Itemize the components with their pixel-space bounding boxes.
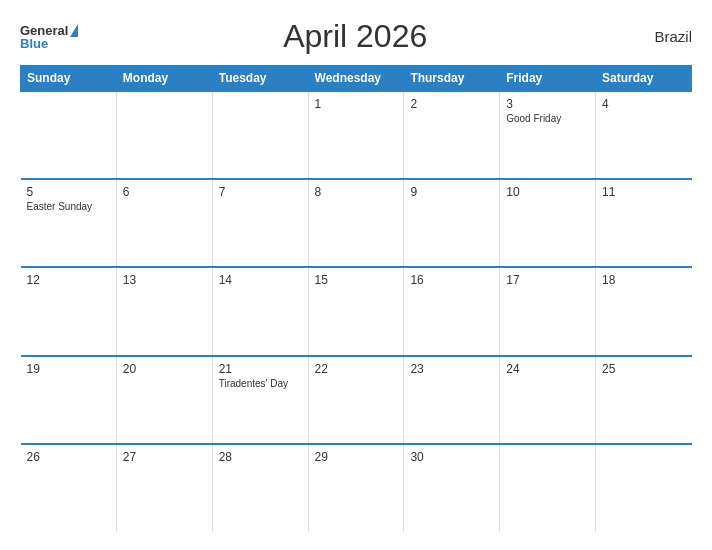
calendar-day-cell: 1 <box>308 91 404 179</box>
day-number: 3 <box>506 97 589 111</box>
day-number: 18 <box>602 273 685 287</box>
day-number: 16 <box>410 273 493 287</box>
day-number: 5 <box>27 185 110 199</box>
calendar-day-cell: 15 <box>308 267 404 355</box>
calendar-week-row: 5Easter Sunday67891011 <box>21 179 692 267</box>
calendar-day-cell: 4 <box>596 91 692 179</box>
day-number: 2 <box>410 97 493 111</box>
day-number: 24 <box>506 362 589 376</box>
day-number: 20 <box>123 362 206 376</box>
calendar-day-cell: 13 <box>116 267 212 355</box>
calendar-day-cell: 21Tiradentes' Day <box>212 356 308 444</box>
calendar-week-row: 12131415161718 <box>21 267 692 355</box>
day-number: 4 <box>602 97 685 111</box>
calendar-day-cell <box>21 91 117 179</box>
calendar-day-cell: 17 <box>500 267 596 355</box>
day-number: 10 <box>506 185 589 199</box>
calendar-day-cell: 27 <box>116 444 212 532</box>
calendar-day-cell: 25 <box>596 356 692 444</box>
day-number: 11 <box>602 185 685 199</box>
calendar-day-cell: 8 <box>308 179 404 267</box>
day-number: 21 <box>219 362 302 376</box>
calendar-week-row: 2627282930 <box>21 444 692 532</box>
day-event-label: Easter Sunday <box>27 201 110 212</box>
calendar-day-cell: 22 <box>308 356 404 444</box>
calendar-day-cell <box>500 444 596 532</box>
day-number: 13 <box>123 273 206 287</box>
calendar-day-cell: 19 <box>21 356 117 444</box>
calendar-day-cell: 2 <box>404 91 500 179</box>
day-number: 17 <box>506 273 589 287</box>
day-of-week-header: Saturday <box>596 66 692 92</box>
calendar-title: April 2026 <box>78 18 632 55</box>
calendar-day-cell: 29 <box>308 444 404 532</box>
day-of-week-header: Monday <box>116 66 212 92</box>
calendar-day-cell: 7 <box>212 179 308 267</box>
day-number: 8 <box>315 185 398 199</box>
calendar-day-cell: 11 <box>596 179 692 267</box>
day-number: 7 <box>219 185 302 199</box>
calendar-day-cell: 18 <box>596 267 692 355</box>
day-number: 22 <box>315 362 398 376</box>
day-of-week-header: Tuesday <box>212 66 308 92</box>
calendar-week-row: 123Good Friday4 <box>21 91 692 179</box>
day-number: 12 <box>27 273 110 287</box>
day-number: 30 <box>410 450 493 464</box>
day-of-week-header: Wednesday <box>308 66 404 92</box>
day-number: 26 <box>27 450 110 464</box>
calendar-day-cell: 28 <box>212 444 308 532</box>
day-number: 27 <box>123 450 206 464</box>
calendar-day-cell: 16 <box>404 267 500 355</box>
calendar-day-cell: 26 <box>21 444 117 532</box>
country-label: Brazil <box>632 28 692 45</box>
logo: General Blue <box>20 24 78 50</box>
calendar-day-cell <box>116 91 212 179</box>
header: General Blue April 2026 Brazil <box>20 18 692 55</box>
calendar-day-cell: 6 <box>116 179 212 267</box>
logo-general-text: General <box>20 24 68 37</box>
calendar-header-row: SundayMondayTuesdayWednesdayThursdayFrid… <box>21 66 692 92</box>
calendar-day-cell: 20 <box>116 356 212 444</box>
day-of-week-header: Sunday <box>21 66 117 92</box>
calendar-day-cell: 10 <box>500 179 596 267</box>
day-number: 28 <box>219 450 302 464</box>
day-number: 14 <box>219 273 302 287</box>
day-of-week-header: Friday <box>500 66 596 92</box>
calendar-day-cell: 24 <box>500 356 596 444</box>
calendar-day-cell <box>212 91 308 179</box>
day-number: 23 <box>410 362 493 376</box>
day-number: 19 <box>27 362 110 376</box>
calendar-table: SundayMondayTuesdayWednesdayThursdayFrid… <box>20 65 692 532</box>
calendar-day-cell: 23 <box>404 356 500 444</box>
day-event-label: Good Friday <box>506 113 589 124</box>
calendar-week-row: 192021Tiradentes' Day22232425 <box>21 356 692 444</box>
calendar-day-cell: 14 <box>212 267 308 355</box>
day-event-label: Tiradentes' Day <box>219 378 302 389</box>
calendar-day-cell: 5Easter Sunday <box>21 179 117 267</box>
day-of-week-header: Thursday <box>404 66 500 92</box>
calendar-day-cell <box>596 444 692 532</box>
day-number: 29 <box>315 450 398 464</box>
calendar-day-cell: 30 <box>404 444 500 532</box>
calendar-day-cell: 3Good Friday <box>500 91 596 179</box>
calendar-day-cell: 12 <box>21 267 117 355</box>
day-number: 25 <box>602 362 685 376</box>
calendar-day-cell: 9 <box>404 179 500 267</box>
day-number: 9 <box>410 185 493 199</box>
day-number: 6 <box>123 185 206 199</box>
day-number: 1 <box>315 97 398 111</box>
logo-blue-text: Blue <box>20 37 78 50</box>
logo-triangle-icon <box>70 24 78 37</box>
day-number: 15 <box>315 273 398 287</box>
